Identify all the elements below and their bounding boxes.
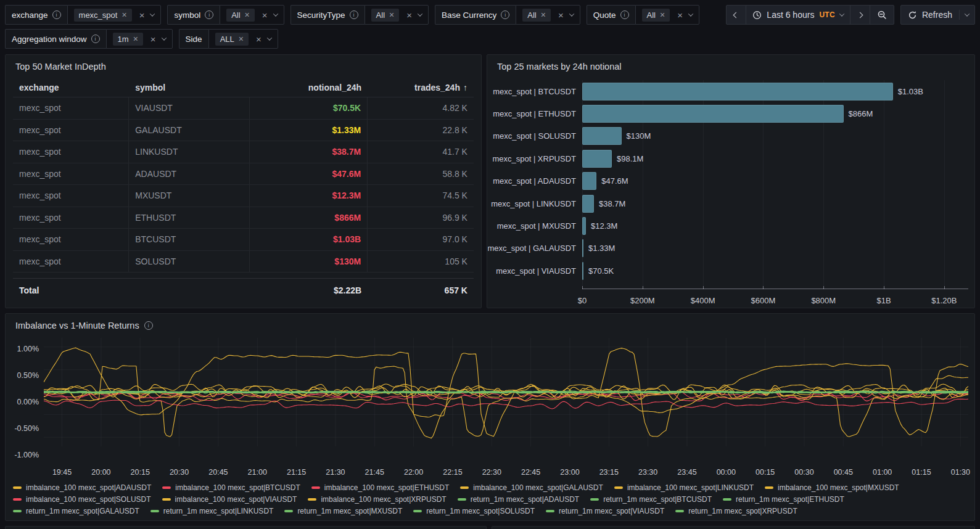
remove-chip-icon[interactable]: × [239,35,244,43]
filter-value-input[interactable]: All×× [635,5,699,25]
filter-chip-all[interactable]: ALL× [215,33,249,46]
filter-value-input[interactable]: 1m×× [106,29,173,49]
legend-item-return-1m-mexc-spot-btcusdt[interactable]: return_1m mexc_spot|BTCUSDT [590,495,712,504]
filter-securitytype: SecurityTypeiAll×× [290,5,429,25]
legend-item-return-1m-mexc-spot-linkusdt[interactable]: return_1m mexc_spot|LINKUSDT [150,507,274,515]
panel-title[interactable]: Imbalance vs 1-Minute Returns i [6,314,974,334]
legend-item-imbalance-100-mexc-spot-solusdt[interactable]: imbalance_100 mexc_spot|SOLUSDT [13,495,151,504]
panel-title[interactable]: Top 50 Market InDepth [6,55,481,75]
chevron-down-icon [965,11,970,16]
column-header-exchange[interactable]: exchange [13,83,129,92]
info-icon[interactable]: i [205,10,213,19]
remove-chip-icon[interactable]: × [389,10,394,19]
chevron-down-icon[interactable] [150,11,155,16]
clear-filter-icon[interactable]: × [406,10,412,20]
clear-filter-icon[interactable]: × [558,10,564,20]
legend-swatch [150,510,159,512]
filter-chip-1m[interactable]: 1m× [113,33,143,46]
legend-item-return-1m-mexc-spot-solusdt[interactable]: return_1m mexc_spot|SOLUSDT [413,507,535,515]
filter-value-input[interactable]: All×× [364,5,429,25]
bar-value-label: $1.03B [898,87,923,96]
legend-item-imbalance-100-mexc-spot-mxusdt[interactable]: imbalance_100 mexc_spot|MXUSDT [765,483,899,492]
time-zoom-out-button[interactable] [870,6,894,24]
clear-filter-icon[interactable]: × [677,10,683,20]
info-icon[interactable]: i [52,10,61,19]
legend-item-imbalance-100-mexc-spot-galausdt[interactable]: imbalance_100 mexc_spot|GALAUSDT [460,483,603,492]
info-icon[interactable]: i [501,10,509,19]
filter-chip-all[interactable]: All× [522,9,551,22]
filter-value-input[interactable]: All×× [220,5,284,25]
table-row-btcusdt: mexc_spotBTCUSDT$1.03B97.0 K [13,229,474,251]
legend-item-return-1m-mexc-spot-adausdt[interactable]: return_1m mexc_spot|ADAUSDT [458,495,580,504]
remove-chip-icon[interactable]: × [121,10,126,19]
panel-title[interactable]: Top 25 markets by 24h notional [487,55,974,75]
x-tick-label: 23:30 [638,468,657,477]
legend-item-return-1m-mexc-spot-viausdt[interactable]: return_1m mexc_spot|VIAUSDT [546,507,664,515]
remove-chip-icon[interactable]: × [541,10,546,19]
legend-label: return_1m mexc_spot|XRPUSDT [688,507,797,515]
x-tick-label: $1.20B [931,296,957,305]
filter-label: Quotei [587,5,635,25]
chevron-down-icon[interactable] [266,35,271,40]
time-range-button[interactable]: Last 6 hours UTC [746,6,850,24]
legend-item-return-1m-mexc-spot-galausdt[interactable]: return_1m mexc_spot|GALAUSDT [13,507,139,515]
bar [582,262,583,280]
legend-swatch [162,486,171,489]
chevron-down-icon[interactable] [569,11,574,16]
legend-item-imbalance-100-mexc-spot-xrpusdt[interactable]: imbalance_100 mexc_spot|XRPUSDT [308,495,446,504]
remove-chip-icon[interactable]: × [660,10,665,19]
refresh-interval-dropdown[interactable] [960,13,974,17]
legend-swatch [546,510,554,512]
legend-item-imbalance-100-mexc-spot-adausdt[interactable]: imbalance_100 mexc_spot|ADAUSDT [13,483,151,492]
panel-info-icon[interactable]: i [144,321,153,330]
legend-item-return-1m-mexc-spot-ethusdt[interactable]: return_1m mexc_spot|ETHUSDT [723,495,844,504]
chevron-down-icon[interactable] [688,11,693,16]
chevron-down-icon[interactable] [273,11,278,16]
timezone-label: UTC [819,10,835,19]
info-icon[interactable]: i [620,10,629,19]
bar-label-mexc-spot-ethusdt: mexc_spot | ETHUSDT [491,102,582,125]
time-picker-group: Last 6 hours UTC [726,5,894,25]
time-shift-forward-button[interactable] [850,6,870,24]
legend-label: imbalance_100 mexc_spot|LINKUSDT [627,483,754,492]
panel-top25-markets-notional: Top 25 markets by 24h notional mexc_spot… [487,54,975,308]
x-tick-label: $1B [876,296,891,305]
filter-chip-label: All [376,10,385,20]
cell-trades: 58.8 K [368,163,474,185]
remove-chip-icon[interactable]: × [133,35,138,43]
chevron-down-icon[interactable] [161,35,166,40]
filter-value-input[interactable]: mexc_spot×× [67,5,162,25]
timeseries-chart: 1.00%0.50%0.00%-0.50%-1.00% [6,334,974,466]
time-range-label: Last 6 hours [767,10,814,20]
clear-filter-icon[interactable]: × [139,10,145,20]
column-header-trades[interactable]: trades_24h↑ [368,83,474,92]
chevron-down-icon[interactable] [418,11,422,16]
refresh-button[interactable]: Refresh [901,10,960,20]
filter-chip-all[interactable]: All× [371,9,400,22]
time-shift-back-button[interactable] [727,6,746,24]
info-icon[interactable]: i [350,10,358,19]
column-header-notional[interactable]: notional_24h [250,83,368,92]
legend-item-return-1m-mexc-spot-mxusdt[interactable]: return_1m mexc_spot|MXUSDT [284,507,402,515]
column-header-symbol[interactable]: symbol [129,83,250,92]
filter-chip-mexc-spot[interactable]: mexc_spot× [74,9,132,22]
legend-item-imbalance-100-mexc-spot-linkusdt[interactable]: imbalance_100 mexc_spot|LINKUSDT [614,483,754,492]
legend-item-imbalance-100-mexc-spot-btcusdt[interactable]: imbalance_100 mexc_spot|BTCUSDT [162,483,300,492]
clear-filter-icon[interactable]: × [150,35,156,44]
info-icon[interactable]: i [91,35,100,43]
legend-item-imbalance-100-mexc-spot-viausdt[interactable]: imbalance_100 mexc_spot|VIAUSDT [162,495,297,504]
filter-value-input[interactable]: All×× [516,5,580,25]
chevron-right-icon [857,12,863,18]
filter-label: SecurityTypei [290,5,364,25]
cell-notional: $47.6M [250,163,368,185]
remove-chip-icon[interactable]: × [245,10,250,19]
clear-filter-icon[interactable]: × [256,35,261,44]
filter-chip-all[interactable]: All× [642,9,670,22]
legend-item-return-1m-mexc-spot-xrpusdt[interactable]: return_1m mexc_spot|XRPUSDT [675,507,797,515]
filter-label: Base Currencyi [435,5,516,25]
filter-value-input[interactable]: ALL×× [208,29,278,49]
clear-filter-icon[interactable]: × [262,10,268,20]
legend-item-imbalance-100-mexc-spot-ethusdt[interactable]: imbalance_100 mexc_spot|ETHUSDT [311,483,450,492]
filter-label-text: Quote [593,10,616,20]
filter-chip-all[interactable]: All× [226,9,255,22]
